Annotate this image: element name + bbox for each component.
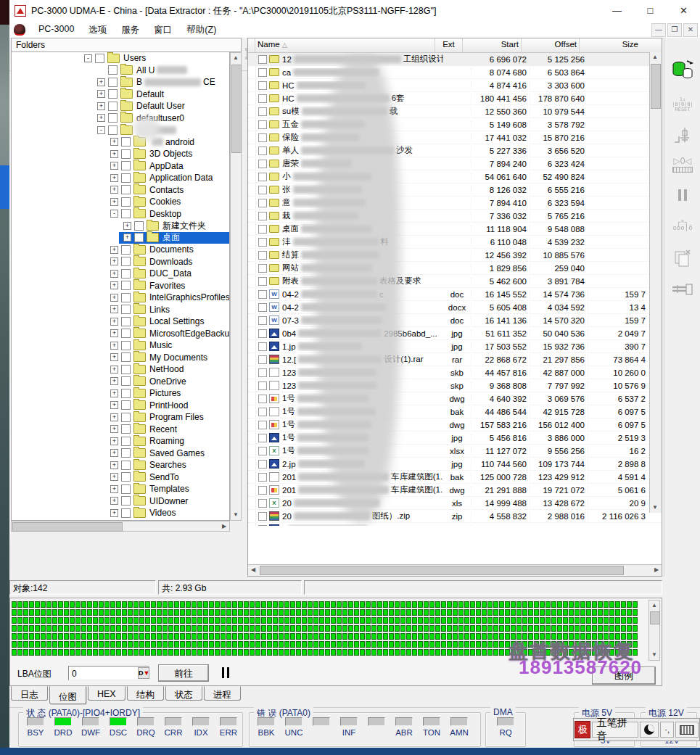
copy-data-button[interactable] <box>669 58 696 83</box>
expand-icon[interactable]: + <box>97 78 105 86</box>
tree-item-Local Settings[interactable]: +Local Settings <box>12 315 229 328</box>
tree-item-MicrosoftEdgeBackups[interactable]: +MicrosoftEdgeBackups <box>12 328 229 340</box>
column-offset[interactable]: Offset <box>522 38 580 52</box>
file-checkbox[interactable] <box>258 290 267 299</box>
ime-punctuation-button[interactable]: ·, <box>660 722 674 738</box>
reset-button[interactable]: 1↓|0|0|0|RESET <box>669 92 696 117</box>
table-row[interactable]: 123skp9 368 8087 797 99210 576 9 <box>248 379 662 392</box>
tree-item-新建文件夹[interactable]: +新建文件夹 <box>12 220 229 232</box>
file-checkbox[interactable] <box>258 329 267 338</box>
file-checkbox[interactable] <box>258 81 267 90</box>
folders-horizontal-scrollbar[interactable]: ▶ <box>11 521 230 532</box>
file-checkbox[interactable] <box>258 160 267 168</box>
scroll-up-icon[interactable]: ▲ <box>649 601 659 611</box>
expand-icon[interactable]: + <box>110 353 118 361</box>
table-row[interactable]: 1号dwg4 640 3923 069 5766 537 2 <box>248 392 662 405</box>
tree-item-Videos[interactable]: +Videos <box>12 507 229 519</box>
table-row[interactable]: HC6套180 441 456178 870 640 <box>248 92 662 105</box>
table-row[interactable]: 栽7 336 0325 765 216 <box>248 210 662 223</box>
table-row[interactable]: 唐荣7 894 2406 323 424 <box>248 157 662 170</box>
pause-indicator-icon[interactable] <box>222 667 231 678</box>
expand-icon[interactable]: + <box>110 281 118 289</box>
folder-checkbox[interactable] <box>121 281 131 290</box>
tree-item-Links[interactable]: +Links <box>12 304 229 316</box>
expand-icon[interactable]: + <box>110 186 118 194</box>
tree-item-defaultuser0[interactable]: +defaultuser0 <box>12 112 229 125</box>
expand-icon[interactable]: + <box>110 174 118 182</box>
table-row[interactable]: 201车库建筑图(1...dwg21 291 88819 721 0725 06… <box>248 484 662 497</box>
menu-item-1[interactable]: 选项 <box>81 22 114 38</box>
file-checkbox[interactable] <box>258 199 267 207</box>
file-checkbox[interactable] <box>258 212 267 220</box>
table-row[interactable]: 0b42985b6abd_...jpg51 611 35250 040 5362… <box>248 327 662 340</box>
file-checkbox[interactable] <box>258 68 267 77</box>
tree-item-Cookies[interactable]: +Cookies <box>12 196 229 208</box>
adapter-button[interactable] <box>669 277 696 302</box>
folder-checkbox[interactable] <box>121 437 131 446</box>
table-row[interactable]: X20xls14 999 48813 428 67220 9 <box>248 497 662 510</box>
desktop-selected-icon[interactable] <box>0 165 9 209</box>
tree-item-Application Data[interactable]: +Application Data <box>12 172 229 184</box>
tree-item-Default User[interactable]: +Default User <box>12 100 229 112</box>
tree-item-Music[interactable]: +Music <box>12 339 229 352</box>
table-horizontal-scrollbar[interactable]: ◀ ▶ <box>248 564 662 576</box>
tree-item-blurred[interactable]: +android <box>12 136 229 149</box>
scroll-right-icon[interactable]: ▶ <box>219 521 229 532</box>
tree-item-My Documents[interactable]: +My Documents <box>12 352 229 364</box>
file-checkbox[interactable] <box>258 355 267 364</box>
tab-日志[interactable]: 日志 <box>11 686 48 701</box>
table-row[interactable]: 网站1 829 856259 040 <box>248 262 662 275</box>
tree-item-Saved Games[interactable]: +Saved Games <box>12 447 229 460</box>
expand-icon[interactable]: + <box>110 366 118 374</box>
collapse-icon[interactable]: - <box>84 54 92 62</box>
tree-item-Roaming[interactable]: +Roaming <box>12 435 229 447</box>
folder-checkbox[interactable] <box>108 125 118 135</box>
tree-item-Recent[interactable]: +Recent <box>12 424 229 436</box>
tree-item-Downloads[interactable]: +Downloads <box>12 256 229 268</box>
go-button[interactable]: 前往 <box>158 664 209 682</box>
folder-checkbox[interactable] <box>121 424 131 434</box>
column-size[interactable]: Size <box>580 38 641 52</box>
folder-checkbox[interactable] <box>108 113 118 123</box>
folder-checkbox[interactable] <box>121 400 131 410</box>
folder-checkbox[interactable] <box>134 221 144 231</box>
folder-checkbox[interactable] <box>121 376 131 386</box>
tree-item-PrintHood[interactable]: +PrintHood <box>12 400 229 412</box>
tree-item-Users[interactable]: -Users <box>12 52 229 65</box>
scroll-left-icon[interactable]: ◀ <box>248 565 258 575</box>
tree-item-Pictures[interactable]: +Pictures <box>12 387 229 400</box>
file-checkbox[interactable] <box>258 460 267 469</box>
power-jumper-button[interactable] <box>669 123 696 148</box>
folder-checkbox[interactable] <box>121 448 131 458</box>
tree-item-SendTo[interactable]: +SendTo <box>12 471 229 484</box>
expand-icon[interactable]: + <box>110 509 118 517</box>
table-row[interactable]: 五金5 149 6083 578 792 <box>248 118 662 131</box>
file-checkbox[interactable] <box>258 316 267 325</box>
expand-icon[interactable]: + <box>110 485 118 493</box>
expand-icon[interactable]: + <box>110 270 118 278</box>
table-row[interactable]: X1号xlsx11 127 0729 556 25616 2 <box>248 445 662 458</box>
table-row[interactable]: su模载12 550 36010 979 544 <box>248 105 662 118</box>
file-checkbox[interactable] <box>258 395 267 403</box>
expand-icon[interactable]: + <box>123 234 131 242</box>
scroll-thumb[interactable] <box>651 64 661 109</box>
file-checkbox[interactable] <box>258 368 267 377</box>
tab-状态[interactable]: 状态 <box>165 686 202 701</box>
folder-checkbox[interactable] <box>121 496 131 506</box>
table-row[interactable]: 保险17 441 03215 870 216 <box>248 131 662 144</box>
table-row[interactable]: W04-2cdoc16 145 55214 574 736159 7 <box>248 288 662 301</box>
table-row[interactable]: 小54 061 64052 490 824 <box>248 170 662 183</box>
table-row[interactable]: 20图纸）.zipzip4 558 8322 988 0162 116 026 … <box>248 510 662 523</box>
table-vertical-scrollbar[interactable]: ▲ ▼ <box>649 52 662 513</box>
tab-进程[interactable]: 进程 <box>204 686 241 701</box>
scroll-up-icon[interactable]: ▲ <box>231 53 241 63</box>
menu-item-3[interactable]: 窗口 <box>147 22 179 38</box>
folders-vertical-scrollbar[interactable]: ▲ ▼ <box>230 52 242 521</box>
file-checkbox[interactable] <box>258 486 267 495</box>
folder-checkbox[interactable] <box>121 484 131 494</box>
folder-checkbox[interactable] <box>121 413 131 422</box>
expand-icon[interactable]: + <box>110 449 118 457</box>
expand-icon[interactable]: + <box>110 413 118 421</box>
tree-item-Documents[interactable]: +Documents <box>12 244 229 256</box>
expand-icon[interactable]: + <box>97 114 105 122</box>
